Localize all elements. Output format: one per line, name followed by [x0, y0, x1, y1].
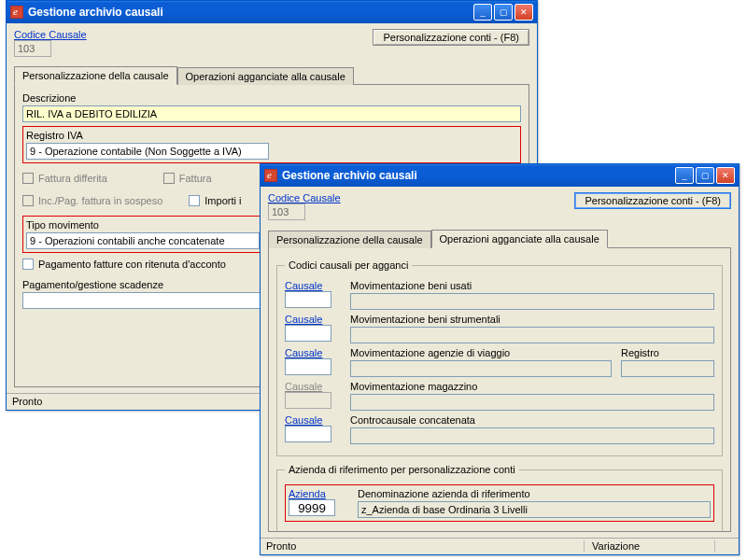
app-icon — [264, 169, 277, 182]
maximize-button[interactable]: ▢ — [696, 167, 714, 184]
pagamento-gestione-input[interactable] — [22, 292, 265, 309]
checkbox-icon — [22, 195, 34, 206]
causale-link[interactable]: Causale — [285, 314, 322, 325]
causale-code-input[interactable] — [285, 358, 331, 375]
personalizzazione-conti-button[interactable]: Personalizzazione conti - (F8) — [373, 29, 529, 46]
check-importi[interactable]: Importi i — [189, 195, 241, 206]
registro-iva-input[interactable] — [26, 143, 269, 160]
minimize-button[interactable]: _ — [473, 4, 492, 21]
registro-iva-label: Registro IVA — [26, 130, 517, 141]
azienda-link[interactable]: Azienda — [289, 488, 345, 499]
causale-link[interactable]: Causale — [285, 347, 322, 358]
tab-personalizzazione[interactable]: Personalizzazione della causale — [268, 231, 431, 248]
denominazione-label: Denominazione azienda di riferimento — [358, 488, 711, 499]
check-fattura-differita: Fattura differita — [22, 173, 107, 184]
azienda-highlight: Azienda Denominazione azienda di riferim… — [285, 484, 714, 522]
registro-input — [621, 360, 714, 377]
status-mode: Variazione — [584, 540, 714, 553]
hook-description-input — [350, 360, 612, 377]
tipo-movimento-input[interactable] — [26, 232, 260, 249]
codice-causale-link[interactable]: Codice Causale — [268, 192, 341, 203]
checkbox-icon[interactable] — [22, 259, 34, 270]
tab-personalizzazione[interactable]: Personalizzazione della causale — [14, 66, 177, 85]
hook-row: CausaleMovimentazione magazzino — [285, 381, 714, 411]
status-text: Pronto — [266, 540, 584, 553]
azienda-riferimento-legend: Azienda di riferimento per personalizzaz… — [285, 464, 519, 475]
tab-operazioni-agganciate[interactable]: Operazioni agganciate alla causale — [177, 67, 354, 85]
hook-row: CausaleMovimentazione beni usati — [285, 280, 714, 310]
codice-causale-input — [268, 203, 305, 220]
registro-label: Registro — [621, 347, 714, 358]
causale-link: Causale — [285, 381, 322, 392]
close-button[interactable]: ✕ — [716, 167, 735, 184]
checkbox-icon — [163, 173, 175, 184]
hook-label: Movimentazione beni strumentali — [350, 314, 714, 325]
codice-causale-input — [14, 40, 51, 57]
hook-label: Movimentazione agenzie di viaggio — [350, 347, 612, 358]
titlebar[interactable]: Gestione archivio causali _ ▢ ✕ — [261, 164, 739, 187]
minimize-button[interactable]: _ — [675, 167, 694, 184]
descrizione-input[interactable] — [22, 105, 521, 122]
titlebar[interactable]: Gestione archivio causali _ ▢ ✕ — [7, 1, 537, 23]
hook-label: Movimentazione beni usati — [350, 280, 714, 291]
hook-label: Movimentazione magazzino — [350, 381, 714, 392]
hook-row: CausaleMovimentazione agenzie di viaggio… — [285, 347, 714, 377]
check-incpag-sospeso: Inc./Pag. fattura in sospeso — [22, 195, 162, 206]
hook-row: CausaleMovimentazione beni strumentali — [285, 314, 714, 343]
window-title: Gestione archivio causali — [282, 169, 675, 182]
personalizzazione-conti-button[interactable]: Personalizzazione conti - (F8) — [574, 192, 731, 209]
hook-description-input — [350, 427, 714, 444]
maximize-button[interactable]: ▢ — [494, 4, 513, 21]
descrizione-label: Descrizione — [22, 92, 521, 104]
causale-code-input[interactable] — [285, 325, 331, 342]
causale-code-input[interactable] — [285, 291, 331, 308]
codici-causali-group: Codici causali per agganci CausaleMovime… — [276, 259, 723, 456]
tab-operazioni-agganciate[interactable]: Operazioni agganciate alla causale — [431, 230, 608, 248]
azienda-riferimento-group: Azienda di riferimento per personalizzaz… — [276, 464, 723, 532]
hook-description-input — [350, 293, 714, 310]
hook-description-input — [350, 394, 714, 411]
azienda-code-input[interactable] — [289, 499, 335, 516]
registro-iva-highlight: Registro IVA — [22, 126, 521, 163]
causale-link[interactable]: Causale — [285, 414, 322, 426]
statusbar: Pronto Variazione — [261, 538, 739, 554]
window-title: Gestione archivio causali — [28, 6, 473, 19]
window-causali-front: Gestione archivio causali _ ▢ ✕ Codice C… — [260, 163, 740, 555]
hook-row: CausaleControcausale concatenata — [285, 414, 714, 444]
codici-causali-legend: Codici causali per agganci — [285, 259, 412, 271]
codice-causale-link[interactable]: Codice Causale — [14, 29, 87, 40]
close-button[interactable]: ✕ — [514, 4, 533, 21]
hook-description-input — [350, 327, 714, 343]
denominazione-input — [358, 501, 711, 518]
check-fattura: Fattura — [163, 173, 212, 184]
causale-code-input[interactable] — [285, 426, 331, 442]
causale-link[interactable]: Causale — [285, 280, 322, 291]
hook-label: Controcausale concatenata — [350, 414, 714, 426]
causale-code-input — [285, 392, 331, 409]
checkbox-icon[interactable] — [189, 195, 200, 206]
checkbox-icon — [22, 173, 34, 184]
app-icon — [10, 6, 23, 19]
